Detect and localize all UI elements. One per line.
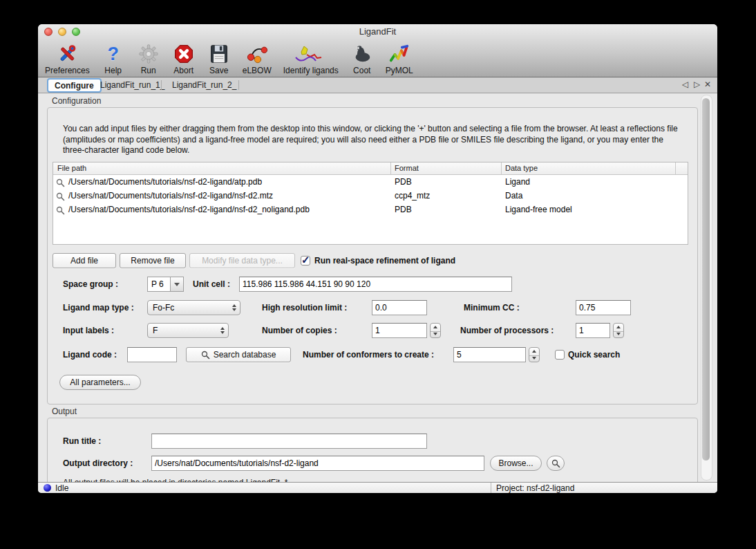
preferences-button[interactable]: Preferences bbox=[45, 43, 90, 75]
tab-configure-label: Configure bbox=[55, 81, 94, 91]
tab-configure[interactable]: Configure bbox=[47, 78, 102, 93]
number-of-processors-stepper[interactable] bbox=[613, 323, 624, 338]
elbow-button[interactable]: eLBOW bbox=[243, 43, 272, 75]
remove-file-button[interactable]: Remove file bbox=[120, 253, 186, 268]
output-groupbox: Run title : Output directory : Browse...… bbox=[47, 418, 698, 482]
tab-scroll-left-icon[interactable]: ◁ bbox=[682, 80, 688, 89]
browse-button[interactable]: Browse... bbox=[490, 456, 542, 471]
file-table-header: File path Format Data type bbox=[53, 162, 688, 175]
file-data-type: Ligand-free model bbox=[505, 205, 572, 214]
realspace-refinement-checkbox[interactable] bbox=[301, 256, 310, 266]
number-of-processors-input[interactable] bbox=[576, 323, 610, 338]
minimum-cc-input[interactable] bbox=[576, 300, 631, 315]
file-table-row[interactable]: /Users/nat/Documents/tutorials/nsf-d2-li… bbox=[53, 203, 688, 216]
all-parameters-button[interactable]: All parameters... bbox=[59, 375, 141, 390]
pymol-button[interactable]: PyMOL bbox=[386, 43, 413, 75]
high-resolution-limit-input[interactable] bbox=[372, 300, 427, 315]
number-of-copies-input[interactable] bbox=[372, 323, 427, 338]
magnifier-icon bbox=[551, 459, 560, 468]
output-section-label: Output bbox=[52, 407, 77, 416]
window-chrome: LigandFit Preferences ? Help bbox=[38, 24, 717, 77]
add-file-button[interactable]: Add file bbox=[53, 253, 116, 268]
column-separator bbox=[501, 162, 502, 174]
help-button[interactable]: ? Help bbox=[102, 43, 125, 75]
save-button[interactable]: Save bbox=[207, 43, 231, 75]
space-group-row: Space group : P 6 Unit cell : bbox=[48, 276, 697, 292]
chevron-down-icon[interactable] bbox=[170, 277, 183, 291]
coot-button[interactable]: Coot bbox=[350, 43, 374, 75]
abort-icon bbox=[172, 43, 196, 65]
column-format[interactable]: Format bbox=[395, 164, 419, 172]
conformers-input[interactable] bbox=[453, 347, 526, 362]
run-title-label: Run title : bbox=[63, 436, 101, 446]
input-labels-popup[interactable]: F bbox=[147, 323, 229, 338]
ligand-map-type-value: Fo-Fc bbox=[148, 303, 229, 313]
modify-file-data-type-button[interactable]: Modify file data type... bbox=[189, 253, 295, 268]
output-directory-row: Output directory : Browse... bbox=[48, 455, 697, 472]
run-gear-icon bbox=[137, 43, 160, 65]
abort-button[interactable]: Abort bbox=[172, 43, 196, 75]
tab-ligandfit-run-1[interactable]: LigandFit_run_1_ bbox=[94, 79, 171, 91]
conformers-stepper[interactable] bbox=[529, 347, 540, 362]
column-data-type[interactable]: Data type bbox=[505, 164, 538, 172]
identify-ligands-button[interactable]: Identify ligands bbox=[283, 43, 339, 75]
file-format: ccp4_mtz bbox=[395, 191, 430, 201]
status-bar: Idle Project: nsf-d2-ligand bbox=[38, 482, 717, 493]
magnifier-icon bbox=[56, 178, 65, 187]
file-path: /Users/nat/Documents/tutorials/nsf-d2-li… bbox=[68, 177, 262, 187]
identify-ligands-label: Identify ligands bbox=[283, 66, 339, 75]
tab-scroll-right-icon[interactable]: ▷ bbox=[694, 80, 700, 89]
search-database-label: Search database bbox=[214, 350, 276, 360]
run-title-input[interactable] bbox=[151, 434, 427, 449]
output-directory-input[interactable] bbox=[151, 456, 484, 471]
quick-search-checkbox[interactable] bbox=[555, 350, 565, 360]
elbow-molecule-icon bbox=[245, 43, 269, 65]
help-icon: ? bbox=[102, 43, 125, 65]
save-label: Save bbox=[209, 66, 228, 75]
column-file-path[interactable]: File path bbox=[57, 164, 86, 172]
ligand-code-label: Ligand code : bbox=[63, 350, 117, 360]
file-table-row[interactable]: /Users/nat/Documents/tutorials/nsf-d2-li… bbox=[53, 189, 688, 203]
space-group-combobox[interactable]: P 6 bbox=[147, 277, 184, 292]
content-pane: Configuration You can add input files by… bbox=[38, 93, 717, 482]
status-divider bbox=[491, 483, 491, 493]
file-format: PDB bbox=[395, 177, 412, 187]
search-icon bbox=[201, 351, 210, 360]
ligand-code-row: Ligand code : Search database Number of … bbox=[48, 346, 697, 363]
tab-close-icon[interactable]: ✕ bbox=[704, 80, 711, 89]
ligand-code-input[interactable] bbox=[127, 347, 177, 362]
tab-ligandfit-run-2[interactable]: LigandFit_run_2_ bbox=[166, 79, 243, 91]
quick-search-label: Quick search bbox=[568, 350, 620, 360]
abort-label: Abort bbox=[173, 66, 193, 75]
help-label: Help bbox=[104, 66, 122, 75]
window-title: LigandFit bbox=[38, 26, 717, 37]
space-group-value: P 6 bbox=[148, 277, 170, 291]
save-icon bbox=[207, 43, 231, 65]
column-separator bbox=[675, 162, 676, 174]
coot-label: Coot bbox=[353, 66, 370, 75]
file-buttons-row: Add file Remove file Modify file data ty… bbox=[48, 252, 697, 269]
file-data-type: Data bbox=[505, 191, 522, 201]
file-data-type: Ligand bbox=[505, 177, 530, 187]
status-indicator-icon bbox=[44, 484, 51, 492]
file-table[interactable]: File path Format Data type /Users/nat/Do… bbox=[53, 162, 688, 245]
ligand-map-type-row: Ligand map type : Fo-Fc High resolution … bbox=[48, 299, 697, 316]
input-labels-label: Input labels : bbox=[63, 326, 114, 335]
run-button[interactable]: Run bbox=[137, 43, 160, 75]
ligand-map-type-popup[interactable]: Fo-Fc bbox=[147, 300, 240, 315]
vertical-scrollbar[interactable] bbox=[701, 95, 712, 481]
unit-cell-input[interactable] bbox=[239, 277, 512, 292]
number-of-copies-stepper[interactable] bbox=[430, 323, 441, 338]
preferences-icon bbox=[55, 43, 79, 65]
search-database-button[interactable]: Search database bbox=[186, 347, 291, 362]
number-of-copies-label: Number of copies : bbox=[262, 326, 337, 335]
title-bar[interactable]: LigandFit bbox=[38, 24, 717, 39]
all-parameters-row: All parameters... bbox=[48, 374, 697, 391]
elbow-label: eLBOW bbox=[243, 66, 272, 75]
file-table-row[interactable]: /Users/nat/Documents/tutorials/nsf-d2-li… bbox=[53, 175, 688, 189]
number-of-processors-label: Number of processors : bbox=[460, 326, 554, 335]
output-directory-search-button[interactable] bbox=[547, 456, 565, 471]
scrollbar-thumb[interactable] bbox=[702, 98, 710, 460]
coot-bird-icon bbox=[350, 43, 374, 65]
run-label: Run bbox=[141, 66, 156, 75]
